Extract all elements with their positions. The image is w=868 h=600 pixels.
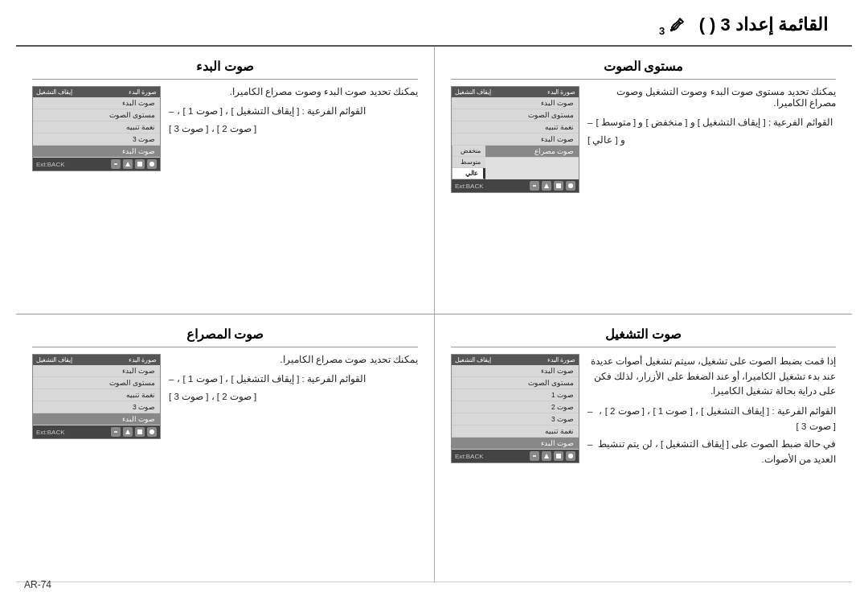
shutter-desc: يمكنك تحديد صوت مصراع الكاميرا.	[169, 354, 418, 365]
pb-bullet-text-2: في حالة ضبط الصوت على [ إيقاف التشغيل ] …	[596, 437, 836, 468]
section-shutter-sound: صوت المصراع يمكنك تحديد صوت مصراع الكامي…	[16, 314, 434, 582]
cam-item-sh2: مستوى الصوت	[33, 377, 160, 389]
svg-rect-1	[556, 183, 561, 188]
section-sound-level-title: مستوى الصوت	[451, 59, 836, 80]
sound-level-text: يمكنك تحديد مستوى صوت البدء وصوت التشغيل…	[588, 86, 836, 150]
playback-camera-ui: صورة البدء إيقاف التشغيل صوت البدء مستوى…	[451, 354, 579, 463]
cam-icon-sh2	[135, 427, 145, 437]
pb-bullet-2: في حالة ضبط الصوت على [ إيقاف التشغيل ] …	[588, 437, 836, 468]
startup-bullet-2: [ صوت 2 ] ، [ صوت 3 ]	[169, 121, 418, 138]
svg-point-0	[568, 183, 573, 188]
ext-back-label-s: Ext:BACK	[36, 161, 65, 168]
sound-level-bullets: القوائم الفرعية : [ إيقاف التشغيل ] و [ …	[588, 115, 836, 148]
sh-bullet-text: القوائم الفرعية : [ إيقاف التشغيل ] ، [ …	[177, 372, 366, 388]
ext-back-label-pb: Ext:BACK	[455, 453, 484, 460]
shutter-bullets: القوائم الفرعية : [ إيقاف التشغيل ] ، [ …	[169, 372, 418, 405]
sound-level-desc: يمكنك تحديد مستوى صوت البدء وصوت التشغيل…	[588, 86, 836, 109]
svg-point-8	[568, 454, 573, 458]
cam-footer-s: Ext:BACK	[33, 158, 160, 171]
ext-back-label-sh: Ext:BACK	[36, 429, 65, 436]
page-number: AR-74	[24, 579, 51, 590]
cam-header-pb: صورة البدء إيقاف التشغيل	[452, 355, 579, 365]
cam-icon-s3	[123, 159, 133, 169]
cam-item-s1: صوت البدء	[33, 97, 160, 109]
cam-icons-pb	[530, 451, 575, 461]
cam-icons-sh	[111, 427, 157, 437]
startup-sound-title: صوت البدء	[32, 59, 418, 80]
cam-icon-2	[554, 181, 563, 191]
cam-item-sh3: نغمة تنبيه	[33, 389, 160, 401]
sh-bullet-1: القوائم الفرعية : [ إيقاف التشغيل ] ، [ …	[169, 372, 418, 388]
cam-icon-sh3	[123, 427, 133, 437]
camera-mockup-sh: صورة البدء إيقاف التشغيل صوت البدء مستوى…	[32, 354, 161, 439]
shutter-sound-text: يمكنك تحديد صوت مصراع الكاميرا. القوائم …	[169, 354, 418, 406]
svg-marker-2	[544, 183, 549, 188]
pb-bullet-text-1: القوائم الفرعية : [ إيقاف التشغيل ] ، [ …	[596, 404, 836, 435]
playback-sound-title: صوت التشغيل	[451, 327, 836, 347]
svg-rect-5	[137, 162, 142, 166]
camera-mockup: صورة البدء إيقاف التشغيل صوت البدء مستوى…	[451, 86, 579, 193]
cam-side-1: منخفض	[452, 146, 485, 157]
playback-bullets: القوائم الفرعية : [ إيقاف التشغيل ] ، [ …	[588, 404, 836, 468]
dash: –	[169, 104, 174, 120]
startup-sound-camera-ui: صورة البدء إيقاف التشغيل صوت البدء مستوى…	[32, 86, 161, 171]
cam-item-pb1: صوت البدء	[452, 365, 579, 377]
svg-rect-13	[137, 429, 142, 434]
cam-icon-3	[542, 181, 551, 191]
cam-icon-4	[530, 181, 539, 191]
playback-sound-text: إذا قمت بضبط الصوت على تشغيل، سيتم تشغيل…	[588, 354, 836, 469]
cam-icons	[530, 181, 575, 191]
svg-rect-9	[556, 454, 561, 458]
cam-icon-pb4	[530, 451, 539, 461]
bullet-item: القوائم الفرعية : [ إيقاف التشغيل ] و [ …	[588, 115, 836, 131]
svg-point-4	[149, 162, 154, 166]
cam-item-s3: نغمة تنبيه	[33, 121, 160, 134]
page-title: القائمة إعداد 3 ( ) 🖉 3	[16, 0, 852, 47]
cam-item-sh1: صوت البدء	[33, 365, 160, 377]
cam-item-3: نغمة تنبيه	[452, 121, 579, 134]
cam-icons-s	[111, 159, 157, 169]
cam-header: صورة البدء إيقاف التشغيل	[452, 87, 579, 97]
cam-item-pb6: نغمة تنبيه	[452, 425, 579, 438]
camera-mockup-pb: صورة البدء إيقاف التشغيل صوت البدء مستوى…	[451, 354, 579, 463]
pb-bullet-1: القوائم الفرعية : [ إيقاف التشغيل ] ، [ …	[588, 404, 836, 435]
svg-marker-14	[125, 429, 130, 434]
section-sound-level-content: يمكنك تحديد مستوى صوت البدء وصوت التشغيل…	[451, 86, 836, 193]
cam-item-s5: صوت البدء	[33, 146, 160, 158]
cam-icon-sh1	[147, 427, 157, 437]
cam-item-4: صوت البدء	[452, 134, 579, 146]
startup-bullet-text-2: [ صوت 2 ] ، [ صوت 3 ]	[169, 121, 256, 138]
cam-icon-pb1	[566, 451, 575, 461]
cam-icon-s4	[111, 159, 121, 169]
cam-item-5: صوت مصراع	[485, 146, 579, 158]
shutter-sound-content: يمكنك تحديد صوت مصراع الكاميرا. القوائم …	[32, 354, 418, 439]
section-playback-sound: صوت التشغيل إذا قمت بضبط الصوت على تشغيل…	[434, 314, 852, 582]
cam-icon-pb2	[554, 451, 563, 461]
cam-item-pb4: صوت 2	[452, 401, 579, 413]
cam-item-1: صوت البدء	[452, 97, 579, 109]
svg-marker-10	[544, 454, 549, 458]
startup-bullet-1: القوائم الفرعية : [ إيقاف التشغيل ] ، [ …	[169, 104, 418, 120]
cam-icon-pb3	[542, 451, 551, 461]
cam-icon-sh4	[111, 427, 121, 437]
dash: –	[588, 115, 592, 131]
cam-item-pb7: صوت البدء	[452, 438, 579, 450]
cam-item-2: مستوى الصوت	[452, 109, 579, 121]
content-area: مستوى الصوت يمكنك تحديد مستوى صوت البدء …	[0, 47, 868, 582]
cam-footer: Ext:BACK	[452, 179, 579, 192]
shutter-camera-ui: صورة البدء إيقاف التشغيل صوت البدء مستوى…	[32, 354, 161, 439]
startup-bullet-text: القوائم الفرعية : [ إيقاف التشغيل ] ، [ …	[177, 104, 366, 120]
cam-item-pb5: صوت 3	[452, 413, 579, 425]
camera-mockup-startup: صورة البدء إيقاف التشغيل صوت البدء مستوى…	[32, 86, 161, 171]
bullet-text-2: و [ عالي ]	[588, 133, 625, 149]
bullet-text: القوائم الفرعية : [ إيقاف التشغيل ] و [ …	[596, 115, 832, 131]
svg-point-12	[149, 429, 154, 434]
playback-desc-long: إذا قمت بضبط الصوت على تشغيل، سيتم تشغيل…	[588, 354, 836, 398]
playback-sound-content: إذا قمت بضبط الصوت على تشغيل، سيتم تشغيل…	[451, 354, 836, 469]
cam-item-s2: مستوى الصوت	[33, 109, 160, 121]
cam-item-sh4: صوت 3	[33, 401, 160, 413]
section-sound-level: مستوى الصوت يمكنك تحديد مستوى صوت البدء …	[434, 47, 852, 314]
bullet-item-2: و [ عالي ]	[588, 133, 836, 149]
cam-icon-1	[566, 181, 575, 191]
cam-footer-sh: Ext:BACK	[33, 425, 160, 438]
